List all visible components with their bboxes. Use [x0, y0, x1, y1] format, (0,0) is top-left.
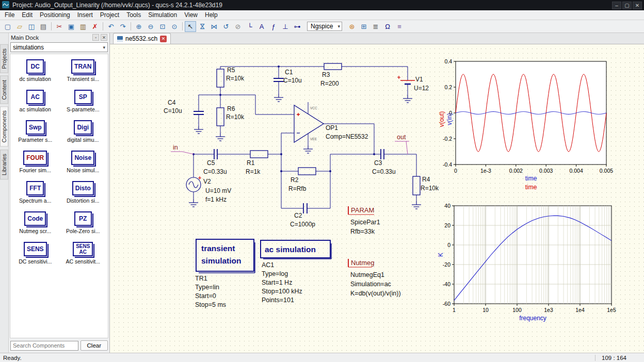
menu-edit[interactable]: Edit	[18, 10, 36, 20]
calculate-dc-bias-button[interactable]: Ω	[382, 21, 393, 32]
menu-view[interactable]: View	[181, 10, 201, 20]
component-c5[interactable]: C5 C=0.33u	[203, 149, 227, 175]
insert-ground-button[interactable]: ⊥	[280, 21, 291, 32]
svg-text:0: 0	[447, 242, 450, 248]
time-domain-diagram[interactable]: 0.40.20-0.2-0.401e-30.0020.0030.0040.005…	[437, 53, 618, 192]
open-file-button[interactable]: ▱	[14, 21, 25, 32]
component-item-dc-simulation[interactable]: DCdc simulation	[11, 58, 59, 88]
mirror-about-y-button[interactable]: ⋈	[208, 21, 220, 32]
component-item-parameter-sweep[interactable]: SwpParameter s...	[11, 119, 59, 149]
component-r6[interactable]: R6 R=10k	[217, 105, 245, 126]
menu-file[interactable]: File	[1, 10, 18, 20]
component-c4[interactable]: C4 C=10u	[164, 99, 204, 114]
view-data-display-button[interactable]: ⊞	[358, 21, 369, 32]
deactivate-button[interactable]: ⊘	[232, 21, 244, 32]
menu-project[interactable]: Project	[96, 10, 123, 20]
undo-button[interactable]: ↶	[105, 21, 117, 32]
insert-port-button[interactable]: ⊶	[292, 21, 303, 32]
component-item-distortion-simulation[interactable]: DistoDistortion si...	[59, 180, 107, 210]
component-item-pole-zero-simulation[interactable]: PZPole-Zero si...	[59, 210, 107, 240]
component-v1[interactable]: V1 U=12	[397, 76, 429, 92]
node-label-out[interactable]: out	[395, 134, 409, 154]
component-r5[interactable]: R5 R=10k	[217, 67, 245, 87]
zoom-1-1-button[interactable]: ⊙	[169, 21, 180, 32]
noise-simulation-symbol: Noise	[71, 151, 94, 165]
svg-text:AC1: AC1	[262, 261, 274, 269]
tab-libraries[interactable]: Libraries	[0, 150, 8, 179]
component-c2[interactable]: C2 C=1000p	[290, 203, 315, 228]
close-button[interactable]: ✕	[633, 2, 642, 9]
insert-equation-button[interactable]: ƒ	[268, 21, 279, 32]
chevron-down-icon: ▾	[337, 24, 340, 29]
simulation-settings-button[interactable]: ≣	[370, 21, 381, 32]
component-item-digital-simulation[interactable]: Digidigital simu...	[59, 119, 107, 149]
delete-button[interactable]: ✗	[89, 21, 101, 32]
copy-button[interactable]: ▣	[66, 21, 77, 32]
simulate-button[interactable]: ⊛	[346, 21, 358, 32]
menu-simulation[interactable]: Simulation	[144, 10, 181, 20]
menu-insert[interactable]: Insert	[74, 10, 96, 20]
redo-button[interactable]: ↷	[117, 21, 128, 32]
parameter-sweep-symbol: Swp	[26, 120, 45, 135]
tab-ne5532-sch[interactable]: ne5532.sch ✕	[113, 33, 171, 44]
component-item-noise-simulation[interactable]: NoiseNoise simul...	[59, 150, 107, 179]
zoom-fit-button[interactable]: ⊡	[157, 21, 168, 32]
ac-simulation-block[interactable]: ac simulation AC1 Type=log Start=1 Hz St…	[261, 240, 331, 304]
zoom-out-button[interactable]: ⊖	[145, 21, 156, 32]
maximize-button[interactable]: ▢	[622, 2, 632, 9]
schematic-canvas[interactable]: R5 R=10k R6 R=10k R3 R=200	[110, 44, 644, 353]
component-category-select[interactable]: simulations ▾	[10, 42, 108, 52]
component-item-ac-simulation[interactable]: ACac simulation	[11, 89, 59, 119]
component-item-dc-sensitivity[interactable]: SENSDC sensitivi...	[11, 241, 59, 271]
component-c3[interactable]: C3 C=0.33u	[372, 149, 396, 175]
select-pointer-button[interactable]: ↖	[185, 21, 196, 32]
component-item-ac-sensitivity[interactable]: SENSACAC sensitivit...	[59, 241, 107, 271]
insert-node-label-button[interactable]: A	[256, 21, 267, 32]
svg-text:ac simulation: ac simulation	[265, 245, 316, 254]
rotate-ccw-button[interactable]: ↺	[220, 21, 232, 32]
minimize-button[interactable]: –	[612, 2, 621, 9]
component-item-spectrum-analysis[interactable]: FFTSpectrum a...	[11, 180, 59, 210]
component-item-s-parameter-simulation[interactable]: SPS-paramete...	[59, 89, 107, 119]
component-r3[interactable]: R3 R=200	[320, 63, 342, 87]
print-button[interactable]: ▤	[38, 21, 49, 32]
dock-close-button[interactable]: ✕	[101, 34, 107, 41]
save-file-button[interactable]: ◫	[26, 21, 37, 32]
menu-positioning[interactable]: Positioning	[36, 10, 74, 20]
menu-help[interactable]: Help	[201, 10, 221, 20]
svg-text:Comp=NE5532: Comp=NE5532	[326, 133, 368, 140]
search-components-input[interactable]	[10, 341, 78, 351]
svg-text:C=10u: C=10u	[164, 107, 182, 114]
zoom-in-button[interactable]: ⊕	[133, 21, 144, 32]
insert-wire-button[interactable]: └	[244, 21, 255, 32]
component-item-transient-simulation[interactable]: TRANTransient si...	[59, 58, 107, 88]
cut-button[interactable]: ✂	[54, 21, 65, 32]
param-block[interactable]: PARAM SpicePar1 Rfb=33k	[348, 206, 380, 235]
tune-mode-button[interactable]: ≡	[394, 21, 405, 32]
node-label-in[interactable]: in	[171, 144, 194, 154]
paste-button[interactable]: ▥	[77, 21, 89, 32]
close-tab-icon[interactable]: ✕	[160, 36, 167, 42]
clear-search-button[interactable]: Clear	[81, 340, 108, 351]
menu-tools[interactable]: Tools	[123, 10, 144, 20]
svg-text:R=10k: R=10k	[226, 75, 245, 82]
component-item-fourier-simulation[interactable]: FOURFourier sim...	[11, 150, 59, 179]
tab-projects[interactable]: Projects	[0, 44, 8, 73]
nutmeg-block[interactable]: Nutmeg NutmegEq1 Simulation=ac K=db(v(ou…	[348, 259, 401, 297]
new-file-button[interactable]: ▢	[2, 21, 13, 32]
component-r4[interactable]: R4 R=10k	[413, 176, 439, 195]
mirror-about-x-button[interactable]: ⋈	[197, 21, 208, 32]
component-item-nutmeg-script[interactable]: CodeNutmeg scr...	[11, 210, 59, 240]
transient-simulation-block[interactable]: transient simulation TR1 Type=lin Start=…	[195, 239, 255, 308]
frequency-response-diagram[interactable]: 40200-20-40-601101001e31e41e5frequencyK	[436, 199, 621, 327]
component-v2[interactable]: V2 U=10 mV f=1 kHz	[186, 176, 231, 203]
dock-float-button[interactable]: ▫	[92, 34, 99, 41]
tab-components[interactable]: Components	[0, 106, 8, 146]
svg-text:Start=1 Hz: Start=1 Hz	[262, 279, 292, 286]
insert-node-label-icon: A	[260, 23, 264, 30]
simulator-select-value: Ngspice	[311, 23, 333, 30]
component-list: DCdc simulationTRANTransient si...ACac s…	[10, 54, 108, 338]
tab-content[interactable]: Content	[0, 76, 8, 104]
component-c1[interactable]: C1 C=10u	[273, 69, 302, 84]
simulator-select[interactable]: Ngspice ▾	[307, 22, 342, 31]
